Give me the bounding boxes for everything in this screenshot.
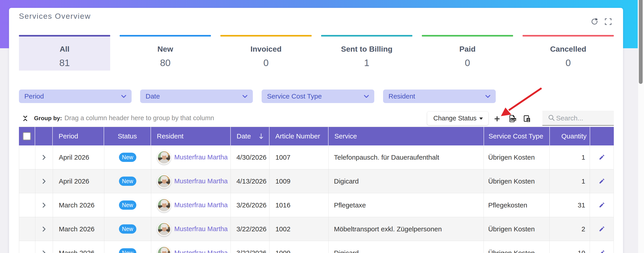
svg-text:XLSX: XLSX (510, 118, 516, 121)
